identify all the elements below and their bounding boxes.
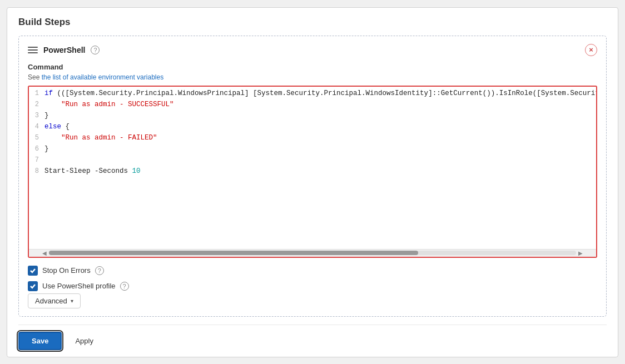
advanced-label: Advanced bbox=[35, 297, 67, 305]
scrollbar-thumb[interactable] bbox=[49, 251, 418, 255]
use-powershell-help-icon[interactable]: ? bbox=[120, 282, 129, 291]
scrollbar-track[interactable] bbox=[49, 251, 576, 255]
advanced-button[interactable]: Advanced ▾ bbox=[28, 293, 81, 308]
scroll-left-arrow[interactable]: ◀ bbox=[40, 250, 49, 256]
stop-on-errors-help-icon[interactable]: ? bbox=[95, 266, 104, 275]
card-header-left: PowerShell ? bbox=[28, 46, 100, 54]
use-powershell-label: Use PowerShell profile bbox=[42, 282, 116, 290]
save-button[interactable]: Save bbox=[18, 332, 62, 350]
options-section: Stop On Errors ? Use PowerShell profile … bbox=[28, 266, 597, 291]
footer: Save Apply bbox=[18, 325, 607, 350]
page-container: Build Steps PowerShell ? × Command See t… bbox=[7, 7, 618, 357]
code-line-3: 3 } bbox=[29, 111, 596, 122]
code-line-6: 6 } bbox=[29, 144, 596, 156]
code-line-2: 2 "Run as admin - SUCCESSFUL" bbox=[29, 100, 596, 111]
code-line-5: 5 "Run as admin - FAILED" bbox=[29, 133, 596, 144]
use-powershell-checkbox[interactable] bbox=[28, 281, 38, 291]
stop-on-errors-checkbox[interactable] bbox=[28, 266, 38, 276]
stop-on-errors-label: Stop On Errors bbox=[42, 266, 91, 275]
horizontal-scrollbar[interactable]: ◀ ▶ bbox=[29, 249, 596, 257]
env-variables-text: See the list of available environment va… bbox=[28, 73, 597, 81]
scroll-right-arrow[interactable]: ▶ bbox=[576, 250, 585, 256]
hamburger-icon[interactable] bbox=[28, 47, 38, 53]
code-editor[interactable]: 1 if (([System.Security.Principal.Window… bbox=[28, 86, 597, 258]
command-label: Command bbox=[28, 63, 597, 71]
env-variables-link[interactable]: the list of available environment variab… bbox=[42, 73, 163, 81]
apply-button[interactable]: Apply bbox=[67, 333, 101, 349]
chevron-down-icon: ▾ bbox=[71, 298, 73, 304]
page-title: Build Steps bbox=[18, 17, 607, 28]
code-line-7: 7 bbox=[29, 156, 596, 167]
card-header: PowerShell ? × bbox=[28, 44, 597, 56]
close-button[interactable]: × bbox=[585, 44, 597, 56]
powershell-help-icon[interactable]: ? bbox=[91, 46, 100, 54]
use-powershell-row: Use PowerShell profile ? bbox=[28, 281, 597, 291]
build-step-card: PowerShell ? × Command See the list of a… bbox=[18, 36, 607, 317]
code-line-8: 8 Start-Sleep -Seconds 10 bbox=[29, 167, 596, 178]
stop-on-errors-row: Stop On Errors ? bbox=[28, 266, 597, 276]
close-icon: × bbox=[589, 46, 593, 54]
code-line-4: 4 else { bbox=[29, 122, 596, 133]
card-title: PowerShell bbox=[43, 46, 85, 54]
code-line-1: 1 if (([System.Security.Principal.Window… bbox=[29, 89, 596, 100]
code-editor-content[interactable]: 1 if (([System.Security.Principal.Window… bbox=[29, 87, 596, 249]
